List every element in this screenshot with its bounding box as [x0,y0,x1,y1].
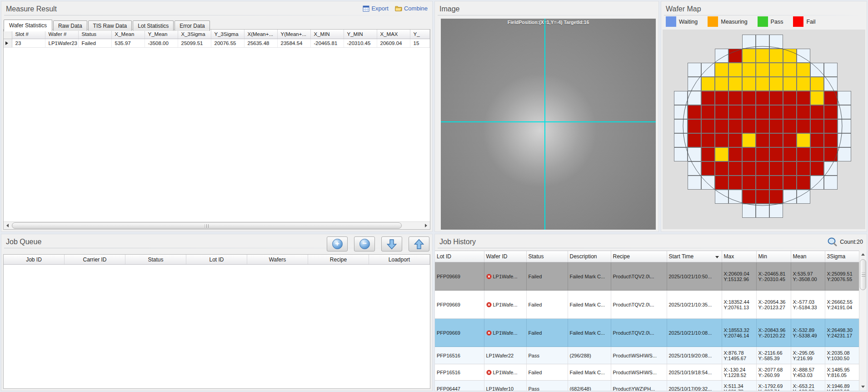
col-x-mean[interactable]: X_Mean [111,30,145,39]
col-recipe[interactable]: Recipe [308,255,369,264]
col-3sigma[interactable]: 3Sigma [825,251,859,262]
wafer-cell [797,190,810,204]
col-job-id[interactable]: Job ID [4,255,65,264]
col-carrier-id[interactable]: Carrier ID [65,255,125,264]
scrollbar-grip [862,273,865,277]
col-max[interactable]: Max [722,251,756,262]
legend-label: Pass [771,19,783,25]
col-lot-id[interactable]: Lot ID [186,255,247,264]
export-button[interactable]: Export [363,5,389,12]
col-mean[interactable]: Mean [791,251,825,262]
scrollbar-thumb[interactable] [12,222,402,229]
remove-job-button[interactable]: − [354,236,375,251]
col-wafers[interactable]: Wafers [247,255,308,264]
col-x-max[interactable]: X_MAX [377,30,410,39]
wafer-cell-empty [838,161,851,176]
crosshair-horizontal [441,121,656,122]
job-history-row[interactable]: PFP06447 LP1Wafer10 Pass (682/648) Produ… [435,381,859,391]
col-x-min[interactable]: X_MIN [310,30,344,39]
cell-x-min: -20465.81 [310,39,344,47]
current-row-marker [4,39,12,47]
legend-label: Waiting [679,19,698,25]
measure-result-panel: Measure Result Export Combine Wafer Stat… [1,1,433,232]
wafer-statistics-table: Slot # Wafer # Status X_Mean Y_Mean X_3S… [3,29,430,230]
wafer-cell [688,63,701,77]
wafer-cell [810,105,824,119]
scroll-up-arrow[interactable] [859,251,867,258]
wafer-cell [715,161,728,176]
combine-button[interactable]: Combine [395,5,428,12]
up-arrow-icon [414,239,424,250]
col-status[interactable]: Status [125,255,186,264]
col-min[interactable]: Min [756,251,791,262]
horizontal-scrollbar[interactable] [4,221,430,229]
wafer-cell [769,133,783,147]
wafer-cell [769,91,783,105]
job-history-row[interactable]: PFP09669 LP1Wafe... Failed Failed Mark C… [435,319,859,347]
col-y-mean-plus[interactable]: Y(Mean+... [277,30,310,39]
job-history-row[interactable]: PFP09669 LP1Wafe... Failed Failed Mark C… [435,291,859,319]
add-job-button[interactable]: + [327,236,348,251]
wafer-cell [742,63,756,77]
wafer-cell [742,91,756,105]
col-y-3sigma[interactable]: Y_3Sigma [211,30,244,39]
move-down-button[interactable] [381,236,402,251]
scrollbar-thumb[interactable] [860,259,866,290]
col-loadport[interactable]: Loadport [369,255,430,264]
wafer-cell [715,49,728,63]
wafer-cell [742,77,756,91]
wafer-cell [756,91,769,105]
scroll-left-arrow[interactable] [4,222,11,229]
pass-swatch [758,16,768,27]
wafer-cell [783,147,797,161]
col-description[interactable]: Description [568,251,611,262]
wafer-cell [742,176,756,190]
wafer-cell [797,105,810,119]
cell-slot: 23 [12,39,45,47]
job-history-row[interactable]: PFP09669 LP1Wafe... Failed Failed Mark C… [435,262,859,291]
col-wafer-id[interactable]: Wafer ID [484,251,526,262]
tab-lot-statistics[interactable]: Lot Statistics [133,20,174,31]
col-status[interactable]: Status [526,251,568,262]
wafer-cell [688,119,701,133]
move-up-button[interactable] [409,236,429,251]
magnifier-icon[interactable] [827,237,837,247]
scroll-down-arrow[interactable] [859,383,867,391]
row-marker-icon [5,41,8,45]
col-y-max-partial[interactable]: Y_ [410,30,430,39]
wafer-cell [838,91,851,105]
job-history-row[interactable]: PFP16516 LP1Wafer22 Pass (296/288) Produ… [435,347,859,364]
col-status[interactable]: Status [78,30,111,39]
wafer-cell-empty [674,161,688,176]
tab-tis-raw-data[interactable]: TIS Raw Data [88,20,132,31]
measure-result-tabs: Wafer Statistics Raw Data TIS Raw Data L… [4,19,211,31]
csv-export-icon [363,5,369,12]
failed-icon [486,274,492,279]
wafer-cell [756,77,769,91]
col-x-mean-plus[interactable]: X(Mean+... [244,30,277,39]
wafer-cell [783,190,797,204]
wafer-cell-empty [783,35,797,49]
wafer-cell [674,147,688,161]
col-y-mean[interactable]: Y_Mean [145,30,178,39]
col-x-3sigma[interactable]: X_3Sigma [178,30,211,39]
tab-raw-data[interactable]: Raw Data [53,20,87,31]
col-y-min[interactable]: Y_MIN [344,30,377,39]
table-row[interactable]: 23 LP1Wafer23 Failed 535.97 -3508.00 250… [4,39,430,47]
vertical-scrollbar[interactable] [859,251,867,391]
scroll-right-arrow[interactable] [422,222,430,229]
wafer-cell [701,133,715,147]
col-start-time[interactable]: Start Time [667,251,722,262]
wafer-cell [742,190,756,204]
wafer-cell-empty [674,63,688,77]
wafer-cell [769,35,783,49]
tab-wafer-statistics[interactable]: Wafer Statistics [4,20,52,31]
wafer-cell [674,119,688,133]
col-lot-id[interactable]: Lot ID [435,251,484,262]
wafer-cell-empty [838,35,851,49]
wafer-cell [769,77,783,91]
col-recipe[interactable]: Recipe [611,251,667,262]
fail-swatch [793,16,803,27]
tab-error-data[interactable]: Error Data [175,20,210,31]
job-history-row[interactable]: PFP16516 LP1Wafe... Failed Failed Mark C… [435,364,859,381]
